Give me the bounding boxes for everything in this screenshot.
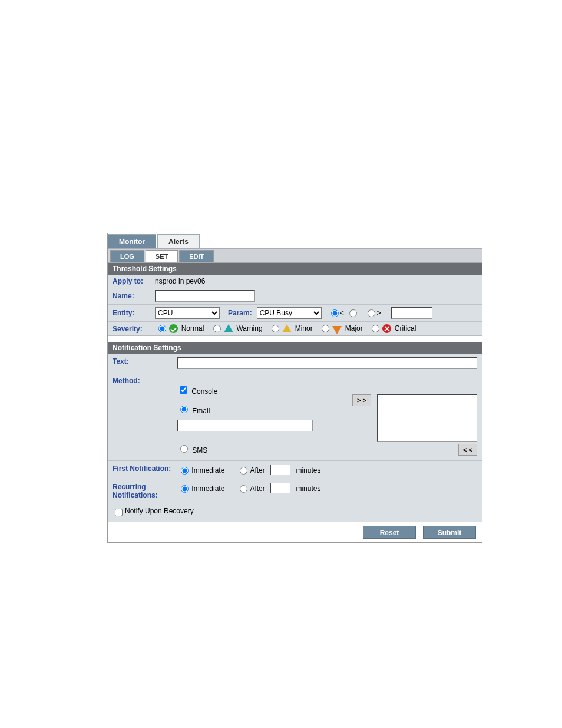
sub-tabs: LOG SET EDIT [108,249,482,263]
move-right-button[interactable]: > > [352,394,371,406]
operator-eq-label: = [358,309,362,317]
submit-button[interactable]: Submit [423,526,476,539]
text-label: Text: [113,357,177,369]
subtab-log[interactable]: LOG [110,250,144,262]
notify-recovery-label: Notify Upon Recovery [125,507,194,518]
app-window: Monitor Alerts LOG SET EDIT Threshold Se… [107,233,482,543]
threshold-form: Apply to: nsprod in pev06 Name: Entity: … [108,275,482,336]
first-immediate-radio[interactable] [181,467,189,475]
major-icon [332,326,342,334]
reset-button[interactable]: Reset [363,526,416,539]
console-label: Console [191,387,217,396]
name-label: Name: [113,292,155,300]
recurring-notifications-label: Recurring Notifications: [113,483,177,499]
severity-normal-label: Normal [181,324,204,332]
severity-label: Severity: [113,325,155,333]
severity-minor-label: Minor [295,324,313,332]
sms-label: SMS [192,446,207,454]
threshold-value-input[interactable] [391,307,432,319]
operator-lt-radio[interactable] [331,309,339,317]
top-tabs: Monitor Alerts [108,233,482,249]
notify-recovery-checkbox[interactable] [115,509,123,516]
applyto-value: nsprod in pev06 [155,277,205,285]
operator-gt-radio[interactable] [368,309,375,317]
param-label: Param: [228,309,252,317]
severity-minor-radio[interactable] [272,325,279,332]
text-input[interactable] [177,357,477,369]
minor-icon [282,324,292,332]
param-select[interactable]: CPU Busy [257,307,322,319]
email-input[interactable] [177,420,313,431]
tab-monitor[interactable]: Monitor [108,234,156,248]
operator-eq-radio[interactable] [349,309,357,317]
move-left-button[interactable]: < < [458,444,477,456]
first-minutes-label: minutes [296,466,320,475]
method-label: Method: [113,377,177,385]
subtab-set[interactable]: SET [146,250,178,262]
name-input[interactable] [155,290,255,302]
tab-alerts[interactable]: Alerts [157,234,200,248]
first-after-radio[interactable] [240,467,247,475]
first-notification-label: First Notification: [113,465,177,475]
applyto-label: Apply to: [113,277,155,285]
recurring-minutes-label: minutes [296,485,320,493]
recipient-list[interactable] [377,394,477,442]
severity-normal-radio[interactable] [158,325,166,332]
sms-radio[interactable] [180,445,188,453]
first-minutes-input[interactable] [270,465,290,475]
warning-icon [224,324,233,332]
console-checkbox[interactable] [180,386,187,394]
severity-major-radio[interactable] [322,325,329,332]
footer: Reset Submit [108,522,482,542]
threshold-header: Threshold Settings [108,263,482,275]
entity-select[interactable]: CPU [155,307,220,319]
subtab-edit[interactable]: EDIT [179,250,214,262]
critical-icon [382,324,391,333]
recurring-after-label: After [250,485,265,493]
severity-critical-radio[interactable] [372,325,379,332]
notification-form: Text: Method: Console Email [108,354,482,522]
operator-lt-label: < [340,309,344,317]
email-radio[interactable] [180,406,188,413]
recurring-after-radio[interactable] [240,485,247,493]
first-immediate-label: Immediate [191,466,224,475]
first-after-label: After [250,466,265,475]
recurring-minutes-input[interactable] [270,483,290,493]
recurring-immediate-label: Immediate [191,485,224,493]
severity-warning-radio[interactable] [213,325,221,332]
severity-critical-label: Critical [395,324,416,332]
email-label: Email [192,407,210,415]
notification-header: Notification Settings [108,342,482,354]
recurring-immediate-radio[interactable] [181,485,189,493]
entity-label: Entity: [113,309,155,317]
operator-gt-label: > [376,309,381,317]
severity-warning-label: Warning [236,324,262,332]
severity-major-label: Major [345,324,363,332]
normal-icon [169,324,178,333]
